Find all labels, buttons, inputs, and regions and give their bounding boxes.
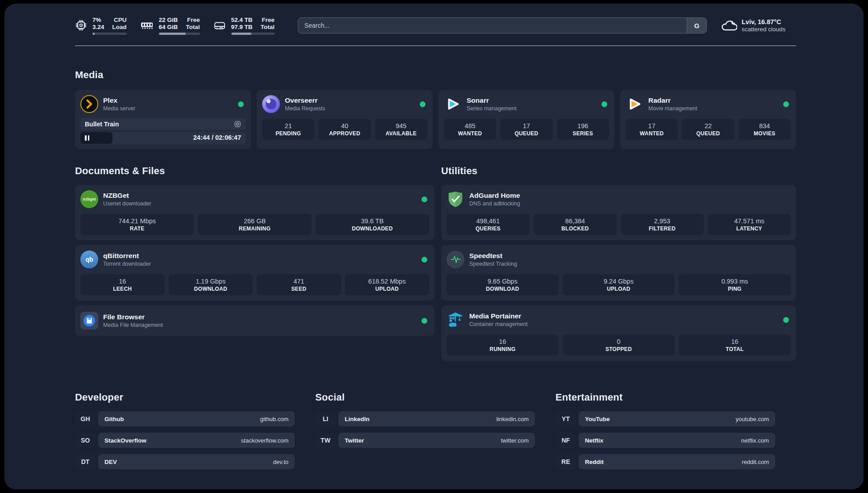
link-twitter[interactable]: TW Twitter twitter.com: [315, 433, 535, 448]
stat-value: 471: [293, 278, 304, 285]
app-name: Plex: [103, 96, 135, 104]
app-name: AdGuard Home: [469, 192, 520, 200]
disk-free-value: 52.4 TB: [231, 17, 253, 23]
pause-button[interactable]: [85, 135, 89, 141]
app-card-nzbget[interactable]: nzbget NZBGet Usenet downloader 744.21 M…: [75, 185, 434, 240]
stat-tile: 40 APPROVED: [318, 119, 371, 140]
link-name: LinkedIn: [345, 416, 370, 422]
disk-total-label: Total: [261, 24, 275, 30]
app-description: Media File Management: [103, 322, 163, 328]
link-reddit[interactable]: RE Reddit reddit.com: [555, 454, 775, 469]
app-card-overseerr[interactable]: Overseerr Media Requests 21 PENDING 40 A…: [257, 90, 433, 149]
memory-free-label: Free: [186, 17, 200, 23]
status-indicator: [783, 101, 789, 107]
stat-tile: 47.571 ms LATENCY: [708, 214, 791, 235]
link-stackoverflow[interactable]: SO StackOverflow stackoverflow.com: [75, 433, 295, 448]
status-indicator: [421, 257, 427, 263]
stat-label: REMAINING: [239, 226, 271, 232]
stat-label: UPLOAD: [376, 286, 399, 292]
stat-label: LATENCY: [736, 226, 762, 232]
stat-tile: 17 QUEUED: [500, 119, 552, 140]
stat-value: 945: [396, 122, 406, 130]
status-indicator: [420, 101, 426, 107]
stat-tile: 618.52 Mbps UPLOAD: [345, 274, 430, 295]
app-description: Container management: [469, 321, 528, 327]
stat-value: 834: [759, 122, 770, 130]
link-linkedin[interactable]: LI LinkedIn linkedin.com: [315, 411, 535, 426]
stat-label: WANTED: [458, 130, 482, 137]
disk-total-value: 97.9 TB: [231, 24, 253, 30]
section-title-documents: Documents & Files: [75, 165, 434, 177]
sonarr-icon: [444, 95, 462, 113]
search-engine-button[interactable]: G: [687, 18, 706, 33]
app-card-filebrowser[interactable]: File Browser Media File Management: [75, 305, 434, 336]
link-github[interactable]: GH Github github.com: [75, 411, 295, 426]
link-tag: SO: [75, 433, 96, 448]
app-description: Media server: [103, 105, 135, 112]
app-description: Torrent downloader: [103, 261, 151, 267]
weather-location-temp: Lviv, 16.87°C: [742, 18, 785, 25]
app-name: qBittorrent: [103, 252, 151, 260]
section-title-entertainment: Entertainment: [555, 392, 775, 403]
link-netflix[interactable]: NF Netflix netflix.com: [555, 433, 775, 448]
stat-value: 744.21 Mbps: [118, 217, 156, 225]
status-indicator: [601, 101, 607, 107]
app-description: Series management: [467, 105, 517, 112]
stat-value: 17: [648, 122, 655, 130]
stat-label: FILTERED: [649, 226, 676, 232]
stat-tile: 266 GB REMAINING: [198, 214, 311, 235]
memory-total-label: Total: [186, 24, 200, 30]
stat-label: DOWNLOAD: [486, 286, 519, 292]
stat-tile: 22 QUEUED: [682, 119, 734, 140]
stat-tile: 9.24 Gbps UPLOAD: [563, 274, 675, 295]
stat-value: 21: [285, 122, 292, 130]
app-description: Usenet downloader: [103, 201, 151, 207]
app-card-radarr[interactable]: Radarr Movie management 17 WANTED 22 QUE…: [620, 90, 796, 149]
app-card-adguard[interactable]: AdGuard Home DNS and adblocking 498,461 …: [441, 185, 796, 240]
media-grid: Plex Media server Bullet Train: [75, 90, 796, 149]
link-tag: RE: [555, 454, 576, 469]
section-title-utilities: Utilities: [441, 165, 796, 177]
section-title-social: Social: [315, 392, 535, 403]
stat-tile: 196 SERIES: [557, 119, 609, 140]
nzbget-icon-text: nzbget: [83, 197, 96, 201]
link-url: twitter.com: [501, 437, 529, 444]
now-playing-row: Bullet Train: [80, 118, 246, 130]
app-card-plex[interactable]: Plex Media server Bullet Train: [75, 90, 251, 149]
app-card-speedtest[interactable]: Speedtest Speedtest Tracking 9.65 Gbps D…: [441, 245, 796, 301]
stat-value: 196: [577, 122, 588, 130]
playback-progress-bar[interactable]: 24:44 / 02:06:47: [80, 132, 246, 144]
stat-tile: 86,384 BLOCKED: [534, 214, 617, 235]
stat-value: 40: [341, 122, 348, 130]
stat-tile: 0.993 ms PING: [679, 274, 791, 295]
stat-label: AVAILABLE: [386, 130, 417, 137]
memory-progress-bar: [159, 33, 200, 35]
cpu-load-label: Load: [112, 24, 126, 30]
stat-tile: 2,953 FILTERED: [621, 214, 704, 235]
link-tag: TW: [315, 433, 336, 448]
section-documents: Documents & Files nzbget NZBGet Usenet d…: [75, 165, 434, 366]
hard-drive-icon: [213, 19, 226, 31]
app-card-sonarr[interactable]: Sonarr Series management 485 WANTED 17 Q…: [438, 90, 614, 149]
app-card-portainer[interactable]: Media Portainer Container management 16 …: [441, 305, 796, 361]
portainer-crane-icon: [447, 311, 464, 329]
disk-free-label: Free: [261, 17, 275, 23]
cpu-progress-bar: [92, 33, 127, 35]
stat-value: 9.65 Gbps: [488, 278, 517, 285]
app-card-qbittorrent[interactable]: qb qBittorrent Torrent downloader 16 LEE…: [75, 245, 434, 301]
search-input[interactable]: [298, 18, 687, 33]
link-youtube[interactable]: YT YouTube youtube.com: [555, 411, 775, 426]
stat-tile: 16 TOTAL: [679, 334, 791, 355]
link-dev-to[interactable]: DT DEV dev.to: [75, 454, 295, 469]
camera-icon[interactable]: [234, 121, 241, 128]
link-name: Twitter: [345, 437, 364, 444]
qbittorrent-icon-text: qb: [85, 256, 93, 263]
status-indicator: [238, 101, 244, 107]
app-name: Radarr: [648, 96, 697, 104]
cpu-load-value: 3.24: [92, 24, 104, 30]
stat-label: BLOCKED: [561, 226, 588, 232]
stat-label: QUEUED: [696, 130, 720, 137]
section-title-media: Media: [75, 69, 796, 81]
link-name: Github: [104, 416, 124, 422]
link-url: netflix.com: [741, 437, 769, 444]
